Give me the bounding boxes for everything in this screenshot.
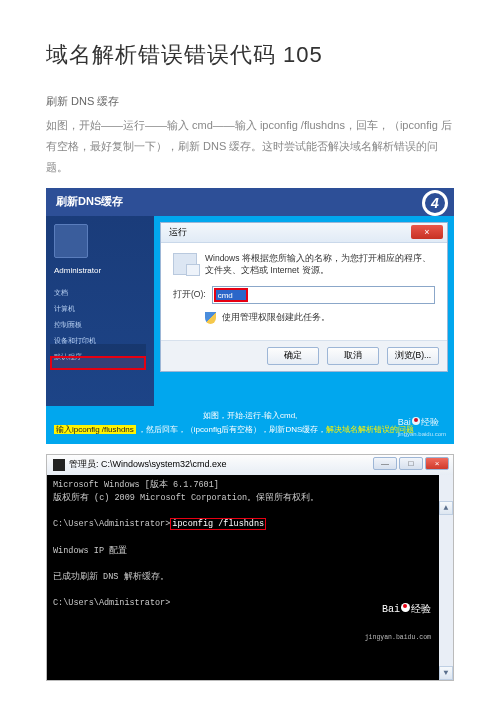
minimize-button[interactable]: —	[373, 457, 397, 470]
description-text: 如图，开始——运行——输入 cmd——输入 ipconfig /flushdns…	[46, 115, 454, 178]
cmd-line: Microsoft Windows [版本 6.1.7601]	[53, 480, 219, 490]
cancel-button[interactable]: 取消	[327, 347, 379, 365]
caption-rest: ，然后回车，（ipconfig后有空格），刷新DNS缓存，	[138, 425, 326, 434]
cmd-command-highlight: ipconfig /flushdns	[170, 518, 266, 530]
run-input[interactable]: cmd	[212, 286, 435, 304]
sidebar-username: Administrator	[54, 266, 154, 275]
maximize-button[interactable]: □	[399, 457, 423, 470]
start-menu-sidebar: Administrator 文档 计算机 控制面板 设备和打印机 默认程序	[46, 216, 154, 406]
baidu-watermark: Bai经验 jingyan.baidu.com	[398, 416, 446, 439]
cmd-titlebar: 管理员: C:\Windows\system32\cmd.exe — □ ×	[47, 455, 453, 475]
input-highlight: cmd	[214, 288, 248, 302]
sidebar-item: 控制面板	[46, 317, 154, 333]
scrollbar[interactable]: ▲ ▼	[439, 475, 453, 680]
scroll-up-icon[interactable]: ▲	[439, 501, 453, 515]
caption-command-highlight: 输入ipconfig /flushdns	[54, 425, 136, 434]
run-dialog-title: 运行	[169, 226, 187, 239]
cmd-prompt: C:\Users\Administrator>	[53, 598, 170, 608]
shield-icon	[205, 312, 216, 324]
screenshot-cmd-window: 管理员: C:\Windows\system32\cmd.exe — □ × M…	[46, 454, 454, 681]
sidebar-item: 文档	[46, 285, 154, 301]
cmd-icon	[53, 459, 65, 471]
tutorial-caption: 如图，开始-运行-输入cmd, 输入ipconfig /flushdns，然后回…	[46, 406, 454, 444]
cmd-line: 版权所有 (c) 2009 Microsoft Corporation。保留所有…	[53, 493, 319, 503]
highlight	[50, 344, 146, 356]
page-title: 域名解析错误错误代码 105	[46, 40, 454, 70]
caption-line-1: 如图，开始-运行-输入cmd,	[54, 410, 446, 422]
cmd-prompt: C:\Users\Administrator>	[53, 519, 170, 529]
scroll-down-icon[interactable]: ▼	[439, 666, 453, 680]
sidebar-item: 计算机	[46, 301, 154, 317]
close-button[interactable]: ×	[425, 457, 449, 470]
tutorial-step-header: 刷新DNS缓存 4	[46, 188, 454, 216]
run-dialog-titlebar: 运行 ×	[161, 223, 447, 243]
close-button[interactable]: ×	[411, 225, 443, 239]
open-label: 打开(O):	[173, 289, 206, 301]
cmd-output: Microsoft Windows [版本 6.1.7601] 版权所有 (c)…	[47, 475, 453, 680]
screenshot-run-dialog: 刷新DNS缓存 4 Administrator 文档 计算机 控制面板 设备和打…	[46, 188, 454, 444]
run-icon	[173, 253, 197, 275]
ok-button[interactable]: 确定	[267, 347, 319, 365]
section-heading: 刷新 DNS 缓存	[46, 94, 454, 109]
browse-button[interactable]: 浏览(B)...	[387, 347, 439, 365]
cmd-success-line: 已成功刷新 DNS 解析缓存。	[53, 572, 169, 582]
baidu-watermark: Bai经验 jingyan.baidu.com	[334, 586, 431, 674]
cmd-title-text: 管理员: C:\Windows\system32\cmd.exe	[69, 458, 227, 471]
tutorial-step-title: 刷新DNS缓存	[56, 194, 123, 209]
user-avatar	[54, 224, 88, 258]
step-number-badge: 4	[422, 190, 448, 216]
admin-text: 使用管理权限创建此任务。	[222, 312, 330, 324]
run-dialog: 运行 × Windows 将根据您所输入的名称，为您打开相应的程序、文件夹、文档…	[160, 222, 448, 373]
run-description: Windows 将根据您所输入的名称，为您打开相应的程序、文件夹、文档或 Int…	[205, 253, 435, 277]
cmd-line: Windows IP 配置	[53, 546, 127, 556]
highlight-run-item	[50, 356, 146, 370]
